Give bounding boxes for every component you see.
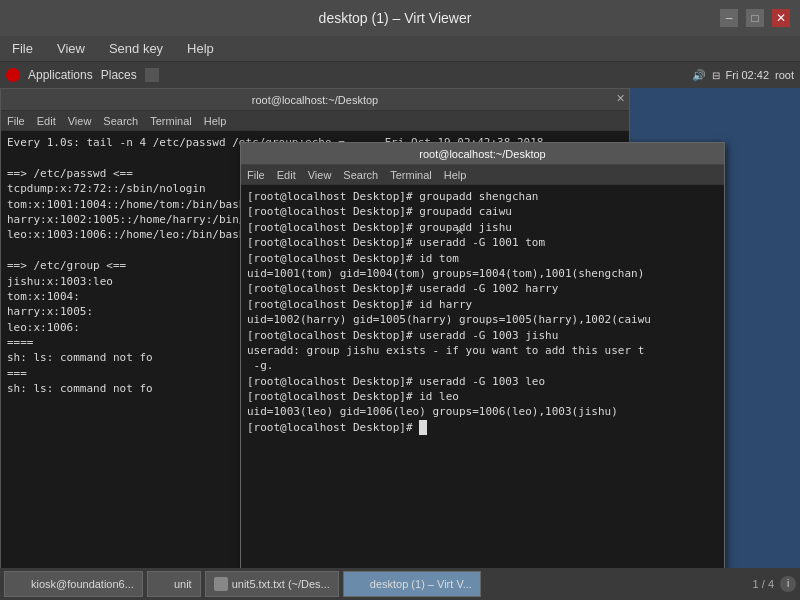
- virt-title-controls: – □ ✕: [720, 9, 790, 27]
- t2-menu-search[interactable]: Search: [343, 169, 378, 181]
- t2-line-7: [root@localhost Desktop]# useradd -G 100…: [247, 281, 718, 296]
- terminal1-title: root@localhost:~/Desktop: [252, 94, 378, 106]
- terminal2-title: root@localhost:~/Desktop: [419, 148, 545, 160]
- t2-line-12: -g.: [247, 358, 718, 373]
- guest-topbar-left: Applications Places: [6, 68, 159, 82]
- t2-line-15: uid=1003(leo) gid=1006(leo) groups=1006(…: [247, 404, 718, 419]
- t2-line-13: [root@localhost Desktop]# useradd -G 100…: [247, 374, 718, 389]
- guest-audio-icon: 🔊: [692, 69, 706, 82]
- t2-line-11: useradd: group jishu exists - if you wan…: [247, 343, 718, 358]
- host-info-icon: i: [780, 576, 796, 592]
- minimize-button[interactable]: –: [720, 9, 738, 27]
- host-task-text[interactable]: unit5.txt.txt (~/Des...: [205, 571, 339, 597]
- terminal1-close-icon[interactable]: ✕: [616, 92, 625, 105]
- guest-user: root: [775, 69, 794, 81]
- kiosk-task-label: kiosk@foundation6...: [31, 578, 134, 590]
- host-task-kiosk[interactable]: kiosk@foundation6...: [4, 571, 143, 597]
- host-taskbar: kiosk@foundation6... unit unit5.txt.txt …: [0, 568, 800, 600]
- t1-menu-terminal[interactable]: Terminal: [150, 115, 192, 127]
- maximize-button[interactable]: □: [746, 9, 764, 27]
- t2-line-5: [root@localhost Desktop]# id tom: [247, 251, 718, 266]
- terminal2-content[interactable]: [root@localhost Desktop]# groupadd sheng…: [241, 185, 724, 600]
- terminal1-menubar: File Edit View Search Terminal Help: [1, 111, 629, 131]
- guest-desktop: Applications Places 🔊 ⊟ Fri 02:42 root r…: [0, 62, 800, 600]
- virt-task-label: desktop (1) – Virt V...: [370, 578, 472, 590]
- unit-task-icon: [156, 577, 170, 591]
- menu-view[interactable]: View: [53, 39, 89, 58]
- host-task-virt[interactable]: desktop (1) – Virt V...: [343, 571, 481, 597]
- t1-menu-view[interactable]: View: [68, 115, 92, 127]
- t2-menu-file[interactable]: File: [247, 169, 265, 181]
- menu-file[interactable]: File: [8, 39, 37, 58]
- virt-menubar: File View Send key Help: [0, 36, 800, 62]
- terminal2-window[interactable]: root@localhost:~/Desktop ✕ File Edit Vie…: [240, 142, 725, 600]
- t2-line-10: [root@localhost Desktop]# useradd -G 100…: [247, 328, 718, 343]
- t2-menu-terminal[interactable]: Terminal: [390, 169, 432, 181]
- terminal1-titlebar: root@localhost:~/Desktop ✕: [1, 89, 629, 111]
- guest-network-icon: ⊟: [712, 70, 720, 81]
- host-taskbar-right: 1 / 4 i: [753, 576, 796, 592]
- t1-menu-help[interactable]: Help: [204, 115, 227, 127]
- guest-apps-menu[interactable]: Applications: [28, 68, 93, 82]
- t1-menu-file[interactable]: File: [7, 115, 25, 127]
- virt-viewer-window: desktop (1) – Virt Viewer – □ ✕ File Vie…: [0, 0, 800, 600]
- host-page-indicator: 1 / 4: [753, 578, 774, 590]
- guest-topbar: Applications Places 🔊 ⊟ Fri 02:42 root: [0, 62, 800, 88]
- t1-menu-search[interactable]: Search: [103, 115, 138, 127]
- guest-places-menu[interactable]: Places: [101, 68, 137, 82]
- kiosk-task-icon: [13, 577, 27, 591]
- text-task-icon: [214, 577, 228, 591]
- virt-titlebar: desktop (1) – Virt Viewer – □ ✕: [0, 0, 800, 36]
- t2-menu-edit[interactable]: Edit: [277, 169, 296, 181]
- terminal2-close-icon[interactable]: ✕: [455, 225, 464, 238]
- guest-topbar-right: 🔊 ⊟ Fri 02:42 root: [692, 69, 794, 82]
- guest-time: Fri 02:42: [726, 69, 769, 81]
- t2-line-9: uid=1002(harry) gid=1005(harry) groups=1…: [247, 312, 718, 327]
- t2-line-2: [root@localhost Desktop]# groupadd caiwu: [247, 204, 718, 219]
- guest-terminal-icon: [145, 68, 159, 82]
- close-button[interactable]: ✕: [772, 9, 790, 27]
- t2-line-14: [root@localhost Desktop]# id leo: [247, 389, 718, 404]
- t1-menu-edit[interactable]: Edit: [37, 115, 56, 127]
- menu-help[interactable]: Help: [183, 39, 218, 58]
- terminal2-titlebar: root@localhost:~/Desktop ✕: [241, 143, 724, 165]
- unit-task-label: unit: [174, 578, 192, 590]
- t2-line-8: [root@localhost Desktop]# id harry: [247, 297, 718, 312]
- t2-line-4: [root@localhost Desktop]# useradd -G 100…: [247, 235, 718, 250]
- guest-os-icon: [6, 68, 20, 82]
- t2-line-3: [root@localhost Desktop]# groupadd jishu: [247, 220, 718, 235]
- menu-sendkey[interactable]: Send key: [105, 39, 167, 58]
- t2-line-1: [root@localhost Desktop]# groupadd sheng…: [247, 189, 718, 204]
- terminal2-menubar: File Edit View Search Terminal Help: [241, 165, 724, 185]
- host-task-unit[interactable]: unit: [147, 571, 201, 597]
- t2-line-6: uid=1001(tom) gid=1004(tom) groups=1004(…: [247, 266, 718, 281]
- t2-line-16[interactable]: [root@localhost Desktop]#: [247, 420, 718, 435]
- t2-menu-view[interactable]: View: [308, 169, 332, 181]
- virt-title: desktop (1) – Virt Viewer: [70, 10, 720, 26]
- cursor: [419, 420, 427, 435]
- t2-menu-help[interactable]: Help: [444, 169, 467, 181]
- text-task-label: unit5.txt.txt (~/Des...: [232, 578, 330, 590]
- virt-task-icon: [352, 577, 366, 591]
